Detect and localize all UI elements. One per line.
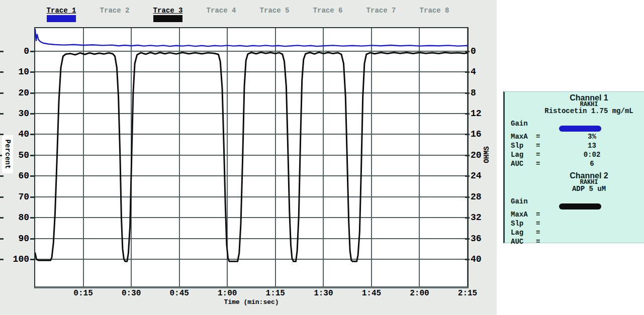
y-left-tick-label: 70 xyxy=(3,192,29,201)
y-left-tick-mark xyxy=(30,217,35,219)
edge-tick-mark xyxy=(0,92,4,94)
stat-label: AUC xyxy=(511,160,536,168)
y-left-tick-label: 20 xyxy=(3,88,29,97)
tab-trace-3[interactable]: Trace 3 xyxy=(143,7,193,15)
y-left-tick-mark xyxy=(30,71,35,73)
equals-sign: = xyxy=(536,160,547,168)
edge-tick-mark xyxy=(0,217,4,219)
y-left-tick-label: 100 xyxy=(3,255,29,264)
x-tick-label: 2:00 xyxy=(402,289,437,298)
stat-row-maxa: MaxA=3% xyxy=(505,133,644,142)
gain-color-swatch xyxy=(559,126,601,132)
channel-title: Channel 2 xyxy=(534,172,644,179)
equals-sign: = xyxy=(536,142,547,150)
tab-trace-4[interactable]: Trace 4 xyxy=(196,7,246,15)
trace-line xyxy=(35,29,468,46)
y-left-tick-label: 10 xyxy=(3,67,29,76)
trace-chart xyxy=(35,28,468,286)
x-tick-label: 1:15 xyxy=(258,289,293,298)
stat-value: 6 xyxy=(547,160,637,168)
y-right-tick-label: 40 xyxy=(471,255,497,264)
y-right-tick-label: 36 xyxy=(471,234,497,243)
tab-trace-1[interactable]: Trace 1 xyxy=(36,7,86,15)
y-right-tick-mark xyxy=(465,134,470,135)
x-tick-label: 1:45 xyxy=(354,289,389,298)
equals-sign: = xyxy=(536,151,547,159)
x-tick-label: 1:00 xyxy=(210,289,245,298)
y-left-tick-label: 0 xyxy=(3,47,29,56)
edge-tick-mark xyxy=(0,196,4,198)
y-left-tick-mark xyxy=(30,92,35,94)
tab-trace-5[interactable]: Trace 5 xyxy=(249,7,300,15)
y-right-tick-label: 16 xyxy=(471,130,497,139)
y-left-tick-mark xyxy=(30,196,35,198)
equals-sign: = xyxy=(536,133,547,141)
stat-label: AUC xyxy=(511,238,536,246)
y-right-tick-label: 12 xyxy=(471,109,497,118)
trace-color-swatch xyxy=(153,15,182,22)
equals-sign: = xyxy=(536,211,547,219)
y-left-tick-mark xyxy=(30,259,35,260)
stat-row-auc: AUC=6 xyxy=(505,160,644,169)
equals-sign: = xyxy=(536,238,547,246)
y-left-tick-label: 90 xyxy=(3,234,29,243)
reagent-label: ADP 5 uM xyxy=(534,185,644,192)
x-tick-label: 0:30 xyxy=(114,289,149,298)
y-right-tick-mark xyxy=(465,92,470,94)
plot-area xyxy=(34,27,469,288)
results-panel: Channel 1RAKHIRistocetin 1.75 mg/mLGainM… xyxy=(503,91,644,243)
edge-tick-mark xyxy=(0,259,4,260)
stat-label: MaxA xyxy=(511,133,536,141)
stat-label: MaxA xyxy=(511,211,536,219)
trace-line xyxy=(35,52,468,261)
tab-trace-7[interactable]: Trace 7 xyxy=(356,7,406,15)
stat-row-lag: Lag=0:02 xyxy=(505,151,644,160)
y-right-tick-mark xyxy=(465,113,470,115)
channel-title: Channel 1 xyxy=(534,94,644,101)
equals-sign: = xyxy=(536,220,547,228)
equals-sign: = xyxy=(536,229,547,237)
aggregometer-window: Trace 1Trace 2Trace 3Trace 4Trace 5Trace… xyxy=(0,0,644,315)
tab-trace-6[interactable]: Trace 6 xyxy=(303,7,353,15)
stat-label: Lag xyxy=(511,151,536,159)
reagent-label: Ristocetin 1.75 mg/mL xyxy=(534,108,644,115)
y-left-tick-mark xyxy=(30,134,35,135)
stat-value: 13 xyxy=(547,142,637,150)
y-left-tick-label: 30 xyxy=(3,109,29,118)
y-left-tick-mark xyxy=(30,175,35,177)
y-right-tick-mark xyxy=(465,51,470,52)
stat-value: 0:02 xyxy=(547,151,637,159)
stat-label: Lag xyxy=(511,229,536,237)
y-left-tick-mark xyxy=(30,113,35,115)
x-tick-label: 1:30 xyxy=(306,289,341,298)
stat-row-auc: AUC= xyxy=(505,238,644,247)
tab-trace-8[interactable]: Trace 8 xyxy=(409,7,459,15)
y-left-tick-label: 80 xyxy=(3,213,29,222)
y-right-tick-label: 24 xyxy=(471,171,497,180)
edge-tick-mark xyxy=(0,113,4,115)
y-right-tick-mark xyxy=(465,196,470,198)
gain-row: Gain xyxy=(505,197,644,211)
y-right-tick-label: 4 xyxy=(471,67,497,76)
edge-tick-mark xyxy=(0,238,4,240)
y-right-tick-mark xyxy=(465,71,470,73)
gain-color-swatch xyxy=(559,203,601,209)
y-right-tick-mark xyxy=(465,238,470,240)
y-right-tick-label: 8 xyxy=(471,88,497,97)
chart-area: Trace 1Trace 2Trace 3Trace 4Trace 5Trace… xyxy=(0,0,497,315)
x-axis-title: Time (min:sec) xyxy=(171,298,332,306)
stat-label: Slp xyxy=(511,142,536,150)
stat-row-slp: Slp=13 xyxy=(505,142,644,151)
gain-row: Gain xyxy=(505,120,644,133)
y-right-tick-label: 28 xyxy=(471,192,497,201)
y-right-tick-mark xyxy=(465,217,470,219)
tab-trace-2[interactable]: Trace 2 xyxy=(89,7,140,15)
stat-row-lag: Lag= xyxy=(505,229,644,238)
stat-row-maxa: MaxA= xyxy=(505,211,644,220)
y-left-tick-mark xyxy=(30,51,35,52)
y-left-tick-mark xyxy=(30,238,35,240)
edge-tick-mark xyxy=(0,51,4,52)
y-right-tick-mark xyxy=(465,155,470,156)
stat-label: Slp xyxy=(511,220,536,228)
trace-color-swatch xyxy=(47,15,76,22)
